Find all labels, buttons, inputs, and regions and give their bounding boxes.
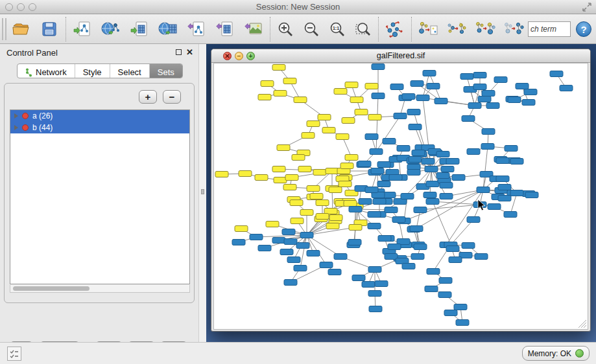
graph-node: [318, 115, 331, 120]
add-set-button[interactable]: +: [139, 90, 157, 104]
open-session-icon[interactable]: [6, 16, 35, 42]
graph-node: [345, 155, 358, 161]
search-input[interactable]: [528, 21, 571, 37]
set-label: a (26): [32, 111, 53, 120]
fullscreen-icon[interactable]: [582, 2, 592, 12]
graph-node: [482, 91, 495, 97]
toolbar-grip[interactable]: [2, 18, 6, 40]
graph-node: [446, 159, 459, 165]
graph-node: [345, 82, 358, 88]
zoom-actual-size-icon[interactable]: 1:1: [324, 16, 350, 42]
memory-ok-indicator: [575, 349, 584, 358]
graph-node: [496, 158, 509, 164]
enlarge-selection-icon[interactable]: [471, 16, 499, 42]
tab-sets[interactable]: Sets: [150, 64, 182, 78]
graph-node: [401, 194, 414, 199]
control-panel-header: Control Panel ✕: [0, 44, 198, 61]
toolbar-separator: [378, 17, 379, 41]
graph-node: [426, 181, 439, 187]
graph-node: [394, 113, 407, 119]
show-all-icon[interactable]: [499, 16, 528, 42]
graph-node: [283, 78, 296, 84]
set-row-a[interactable]: a (26): [10, 110, 189, 122]
graph-node: [481, 144, 494, 150]
float-panel-icon[interactable]: [176, 49, 182, 55]
graph-node: [277, 145, 290, 151]
sets-list[interactable]: a (26) b (44): [10, 109, 190, 284]
task-history-icon[interactable]: [7, 347, 21, 361]
graph-node: [368, 291, 381, 297]
app-titlebar[interactable]: Session: New Session: [0, 0, 596, 14]
network-window-titlebar[interactable]: ✕ − + galFiltered.sif: [211, 49, 590, 63]
graph-node: [482, 129, 495, 135]
graph-node: [373, 199, 386, 205]
graph-node: [475, 254, 488, 260]
close-panel-icon[interactable]: ✕: [186, 47, 193, 57]
export-image-icon[interactable]: [239, 16, 268, 42]
graph-node: [473, 73, 486, 78]
graph-node: [385, 207, 398, 213]
graph-node: [307, 186, 320, 192]
graph-node: [322, 128, 335, 133]
tab-select[interactable]: Select: [110, 64, 150, 78]
graph-node: [416, 95, 429, 101]
remove-set-button[interactable]: −: [163, 90, 181, 104]
select-first-neighbors-icon[interactable]: [442, 16, 471, 42]
graph-node: [339, 181, 352, 187]
graph-node: [258, 95, 271, 100]
graph-node: [460, 74, 473, 80]
graph-node: [235, 226, 248, 232]
set-row-b[interactable]: b (44): [10, 122, 189, 133]
apply-layout-icon[interactable]: [381, 16, 409, 42]
resize-grip[interactable]: [578, 320, 587, 328]
tab-network[interactable]: Network: [18, 64, 75, 78]
status-bar: Memory: OK: [0, 342, 596, 364]
zoom-out-icon[interactable]: [298, 16, 324, 42]
graph-node: [426, 199, 439, 205]
zoom-in-icon[interactable]: [272, 16, 298, 42]
graph-node: [287, 257, 300, 263]
save-session-icon[interactable]: [35, 16, 64, 42]
export-network-icon[interactable]: [182, 16, 211, 42]
import-table-web-icon[interactable]: [154, 16, 182, 42]
new-network-from-selection-icon[interactable]: [414, 16, 442, 42]
graph-node: [285, 175, 298, 181]
graph-node: [496, 176, 509, 182]
graph-node: [290, 200, 303, 206]
graph-node: [407, 109, 420, 115]
graph-node: [383, 139, 396, 144]
graph-node: [414, 244, 427, 250]
network-canvas[interactable]: [213, 63, 588, 330]
graph-node: [370, 149, 383, 155]
help-icon[interactable]: ?: [576, 21, 591, 37]
import-network-web-icon[interactable]: [97, 16, 125, 42]
memory-status-button[interactable]: Memory: OK: [522, 346, 590, 361]
import-table-file-icon[interactable]: [125, 16, 154, 42]
panel-splitter[interactable]: [198, 44, 206, 342]
graph-node: [402, 94, 415, 100]
svg-text:1:1: 1:1: [333, 26, 339, 30]
graph-node: [425, 286, 438, 292]
tab-network-label: Network: [36, 67, 67, 77]
graph-node: [282, 229, 295, 235]
expander-icon[interactable]: [14, 125, 18, 130]
export-table-icon[interactable]: [211, 16, 239, 42]
graph-node: [504, 212, 517, 218]
graph-node: [525, 192, 538, 198]
graph-edge: [376, 116, 400, 152]
expander-icon[interactable]: [14, 113, 18, 119]
splitter-handle[interactable]: [201, 189, 204, 194]
horizontal-scrollbar[interactable]: [10, 285, 190, 293]
scrollbar-thumb[interactable]: [13, 286, 89, 291]
import-network-file-icon[interactable]: [68, 16, 97, 42]
tab-style[interactable]: Style: [75, 64, 110, 78]
graph-node: [300, 210, 313, 216]
graph-node: [274, 91, 287, 97]
main-toolbar: 1:1 ?: [0, 14, 596, 44]
graph-node: [486, 103, 499, 109]
desktop-area: ✕ − + galFiltered.sif: [206, 44, 596, 342]
network-graph[interactable]: [214, 63, 589, 330]
network-view-window[interactable]: ✕ − + galFiltered.sif: [211, 49, 591, 332]
graph-node: [358, 161, 371, 167]
zoom-selected-icon[interactable]: [350, 16, 376, 42]
